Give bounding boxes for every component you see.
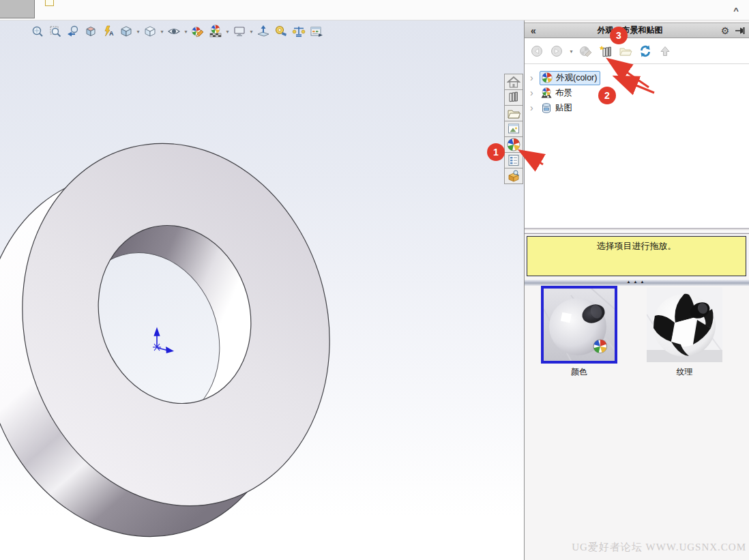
design-library-icon: [507, 91, 520, 104]
panel-pin-icon[interactable]: [733, 26, 749, 35]
tab-custom-properties[interactable]: [504, 152, 523, 168]
drag-drop-message: 选择项目进行拖放。: [527, 236, 746, 276]
edit-appearance-icon: [191, 25, 205, 38]
section-view-button[interactable]: [82, 23, 100, 40]
hide-show-items-icon: [167, 25, 181, 38]
color-sphere-preview: [544, 289, 615, 361]
apply-scene-button[interactable]: [207, 23, 224, 40]
view-settings-icon: [233, 25, 246, 38]
panel-splitter-upper[interactable]: [525, 226, 749, 229]
history-caret[interactable]: ▾: [568, 48, 574, 55]
add-file-location-icon: [598, 44, 613, 58]
thumbnail-label-texture: 纹理: [647, 366, 722, 378]
expand-chevron-icon[interactable]: ›: [530, 88, 540, 98]
thumbnail-label-color: 颜色: [541, 366, 617, 378]
3d-drawing-view-icon: [256, 25, 270, 38]
thumbnail-texture[interactable]: [647, 287, 722, 362]
edit-appearance-button[interactable]: [189, 23, 207, 40]
tab-view-palette[interactable]: [504, 121, 523, 137]
refresh-icon: [638, 44, 652, 58]
solidworks-window: ^: [0, 0, 749, 560]
forward-icon: [550, 45, 563, 57]
panel-splitter-lower[interactable]: ▲▲▲: [525, 279, 749, 286]
panel-collapse-button[interactable]: «: [525, 25, 542, 36]
tree-row-decals[interactable]: › 贴图: [530, 101, 575, 115]
annotation-views-button[interactable]: A: [100, 23, 117, 40]
refresh-button[interactable]: [637, 43, 653, 59]
mass-properties-icon: [292, 25, 306, 38]
mass-properties-button[interactable]: [290, 23, 308, 40]
zoom-to-fit-icon: [31, 25, 44, 38]
options-panel-button[interactable]: [308, 23, 325, 40]
move-up-gray-icon: [659, 45, 671, 57]
tab-design-library[interactable]: [504, 89, 523, 106]
custom-properties-icon: [507, 153, 520, 167]
hide-show-items-button[interactable]: [165, 23, 183, 40]
expand-chevron-icon[interactable]: ›: [530, 103, 540, 113]
tab-solidworks-resources[interactable]: [504, 74, 523, 90]
tree-row-appearances[interactable]: › 外观(color): [530, 71, 600, 85]
edit-appearance-disabled-button[interactable]: [578, 43, 594, 59]
tab-file-explorer[interactable]: [504, 105, 523, 121]
open-folder-disabled-button[interactable]: [617, 43, 634, 59]
appearances-scenes-icon: [507, 138, 520, 151]
file-explorer-icon: [507, 106, 520, 120]
previous-view-icon: [66, 25, 80, 38]
display-style-icon: [143, 25, 157, 38]
view-orientation-button[interactable]: [117, 23, 135, 40]
cropped-tree-icon: [45, 0, 54, 6]
add-file-location-button[interactable]: [598, 43, 614, 59]
tree-row-scenes[interactable]: › 布景: [530, 86, 575, 100]
ring-model: [0, 42, 524, 560]
tab-appearances-scenes[interactable]: [504, 136, 523, 153]
view-orientation-caret[interactable]: ▾: [135, 29, 141, 35]
texture-sphere-preview: [647, 287, 722, 362]
cropped-feature-panel: [0, 0, 35, 18]
viewport-3d[interactable]: [0, 20, 524, 560]
panel-toolbar: ▾: [529, 41, 673, 61]
tree-label: 贴图: [555, 102, 572, 114]
decal-icon: [541, 102, 552, 113]
hide-show-items-caret[interactable]: ▾: [183, 29, 189, 35]
tab-solidworks-forum[interactable]: [504, 168, 523, 184]
zoom-to-fit-button[interactable]: [29, 23, 46, 40]
appearance-ball-icon: [542, 72, 553, 83]
measure-icon: [274, 25, 288, 38]
panel-title: 外观、布景和贴图: [542, 25, 718, 36]
view-orientation-icon: [119, 25, 133, 38]
tree-item-selected[interactable]: 外观(color): [540, 71, 600, 85]
svg-text:A: A: [109, 30, 114, 37]
view-settings-caret[interactable]: ▾: [248, 29, 254, 35]
panel-splitter-upper-2[interactable]: [525, 231, 749, 234]
apply-scene-caret[interactable]: ▾: [224, 29, 231, 35]
back-button[interactable]: [529, 43, 545, 59]
task-pane-tabs: [504, 74, 523, 184]
thumbnail-color[interactable]: [541, 286, 617, 364]
previous-view-button[interactable]: [64, 23, 82, 40]
tree-label: 布景: [555, 87, 572, 99]
view-palette-icon: [507, 122, 520, 136]
headsup-toolbar: A ▾ ▾ ▾: [0, 20, 524, 42]
tree-label: 外观(color): [556, 72, 597, 84]
display-style-caret[interactable]: ▾: [159, 29, 165, 35]
top-strip: ^: [0, 0, 749, 20]
forward-button[interactable]: [548, 43, 565, 59]
panel-header: « 外观、布景和贴图 ⚙: [525, 23, 749, 38]
open-folder-gray-icon: [619, 45, 632, 57]
zoom-to-area-button[interactable]: [46, 23, 64, 40]
collapse-toolbar-chevron[interactable]: ^: [729, 3, 744, 18]
forum-icon: [507, 169, 520, 183]
scene-icon: [541, 87, 552, 98]
panel-options-gear-icon[interactable]: ⚙: [718, 25, 733, 36]
back-icon: [531, 45, 543, 57]
display-style-button[interactable]: [141, 23, 159, 40]
3d-drawing-view-button[interactable]: [254, 23, 272, 40]
zoom-to-area-icon: [48, 25, 62, 38]
edit-appearance-gray-icon: [579, 44, 593, 58]
expand-chevron-icon[interactable]: ›: [530, 73, 540, 83]
view-settings-button[interactable]: [231, 23, 248, 40]
panel-separator: [525, 63, 749, 64]
move-up-disabled-button[interactable]: [657, 43, 673, 59]
watermark: UG爱好者论坛 WWW.UGSNX.COM: [525, 541, 746, 554]
measure-button[interactable]: [272, 23, 290, 40]
